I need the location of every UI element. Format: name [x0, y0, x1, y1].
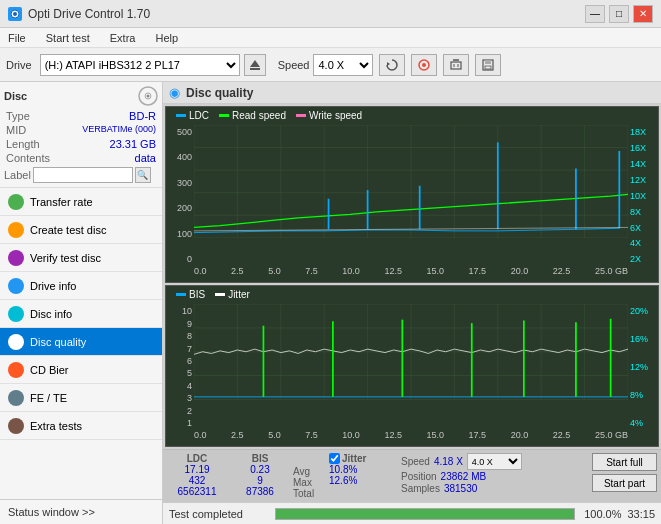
y-right-14x: 14X — [630, 159, 656, 169]
x-7.5: 7.5 — [305, 266, 318, 282]
cd-bier-icon — [8, 362, 24, 378]
legend-write-speed: Write speed — [296, 110, 362, 121]
bis-y-7: 7 — [168, 344, 192, 354]
legend-ldc: LDC — [176, 110, 209, 121]
nav-items: Transfer rate Create test disc Verify te… — [0, 188, 162, 499]
bis-x-20: 20.0 — [511, 430, 529, 446]
bis-x-17.5: 17.5 — [469, 430, 487, 446]
sidebar-item-fe-te[interactable]: FE / TE — [0, 384, 162, 412]
status-window-button[interactable]: Status window >> — [0, 500, 162, 524]
minimize-button[interactable]: — — [585, 5, 605, 23]
jitter-y-4: 4% — [630, 418, 656, 428]
svg-rect-7 — [451, 62, 461, 69]
sidebar-item-disc-quality[interactable]: Disc quality — [0, 328, 162, 356]
y-left-0: 0 — [168, 254, 192, 264]
label-search-button[interactable]: 🔍 — [135, 167, 151, 183]
jitter-check-row: Jitter — [329, 453, 389, 464]
svg-point-6 — [422, 63, 426, 67]
progress-bar — [275, 508, 575, 520]
sidebar-item-extra-tests[interactable]: Extra tests — [0, 412, 162, 440]
x-12.5: 12.5 — [384, 266, 402, 282]
erase-button[interactable] — [443, 54, 469, 76]
sidebar-item-transfer-rate[interactable]: Transfer rate — [0, 188, 162, 216]
close-button[interactable]: ✕ — [633, 5, 653, 23]
transfer-rate-icon — [8, 194, 24, 210]
sidebar-item-cd-bier[interactable]: CD Bier — [0, 356, 162, 384]
sidebar-item-create-test-disc[interactable]: Create test disc — [0, 216, 162, 244]
app-icon — [8, 7, 22, 21]
y-left-300: 300 — [168, 178, 192, 188]
fe-te-icon — [8, 390, 24, 406]
x-5: 5.0 — [268, 266, 281, 282]
menu-help[interactable]: Help — [151, 31, 182, 45]
start-full-button[interactable]: Start full — [592, 453, 657, 471]
jitter-checkbox[interactable] — [329, 453, 340, 464]
menu-start-test[interactable]: Start test — [42, 31, 94, 45]
svg-point-16 — [147, 95, 150, 98]
samples-label: Samples — [401, 483, 440, 494]
disc-title: Disc — [4, 90, 27, 102]
chart1-svg — [194, 125, 628, 238]
bis-x-15: 15.0 — [427, 430, 445, 446]
ldc-stats: LDC 17.19 432 6562311 — [167, 453, 227, 497]
eject-button[interactable] — [244, 54, 266, 76]
svg-marker-2 — [250, 60, 260, 67]
save-button[interactable] — [475, 54, 501, 76]
ldc-max: 432 — [189, 475, 206, 486]
x-22.5: 22.5 — [553, 266, 571, 282]
x-20: 20.0 — [511, 266, 529, 282]
chart-ldc: LDC Read speed Write speed 500 400 300 — [165, 106, 659, 283]
legend-bis: BIS — [176, 289, 205, 300]
jitter-y-16: 16% — [630, 334, 656, 344]
total-label: Total — [293, 488, 321, 499]
content-header-icon: ◉ — [169, 85, 180, 100]
sidebar-item-verify-test-disc[interactable]: Verify test disc — [0, 244, 162, 272]
disc-label-input[interactable] — [33, 167, 133, 183]
svg-rect-3 — [250, 68, 260, 70]
x-2.5: 2.5 — [231, 266, 244, 282]
disc-type-row: Type BD-R — [4, 109, 158, 123]
disc-length-row: Length 23.31 GB — [4, 137, 158, 151]
svg-marker-4 — [387, 62, 390, 66]
bis-x-7.5: 7.5 — [305, 430, 318, 446]
x-15: 15.0 — [427, 266, 445, 282]
bis-stats: BIS 0.23 9 87386 — [235, 453, 285, 497]
avg-label: Avg — [293, 466, 321, 477]
legend-read-speed: Read speed — [219, 110, 286, 121]
speed-select[interactable]: 4.0 X — [313, 54, 373, 76]
y-left-200: 200 — [168, 203, 192, 213]
legend-jitter: Jitter — [215, 289, 250, 300]
sidebar-item-drive-info[interactable]: Drive info — [0, 272, 162, 300]
y-left-500: 500 — [168, 127, 192, 137]
chart2-svg — [194, 304, 628, 399]
y-right-6x: 6X — [630, 223, 656, 233]
bis-y-8: 8 — [168, 331, 192, 341]
bis-y-5: 5 — [168, 368, 192, 378]
y-right-2x: 2X — [630, 254, 656, 264]
menu-extra[interactable]: Extra — [106, 31, 140, 45]
bis-avg: 0.23 — [250, 464, 269, 475]
ldc-total: 6562311 — [178, 486, 217, 497]
disc-quality-icon — [8, 334, 24, 350]
bis-header: BIS — [252, 453, 269, 464]
bis-total: 87386 — [246, 486, 274, 497]
y-right-18x: 18X — [630, 127, 656, 137]
start-part-button[interactable]: Start part — [592, 474, 657, 492]
bis-y-4: 4 — [168, 381, 192, 391]
bis-x-12.5: 12.5 — [384, 430, 402, 446]
sidebar-item-disc-info[interactable]: Disc info — [0, 300, 162, 328]
refresh-button[interactable] — [379, 54, 405, 76]
content-title: Disc quality — [186, 86, 253, 100]
maximize-button[interactable]: □ — [609, 5, 629, 23]
record-button[interactable] — [411, 54, 437, 76]
drive-select[interactable]: (H:) ATAPI iHBS312 2 PL17 — [40, 54, 240, 76]
chart1-legend: LDC Read speed Write speed — [176, 110, 362, 121]
speed-info-select[interactable]: 4.0 X — [467, 453, 522, 470]
speed-label: Speed — [278, 59, 310, 71]
progress-fill — [276, 509, 574, 519]
jitter-stats: Jitter 10.8% 12.6% — [329, 453, 389, 486]
menu-file[interactable]: File — [4, 31, 30, 45]
position-value: 23862 MB — [441, 471, 487, 482]
svg-rect-12 — [485, 60, 491, 64]
time-text: 33:15 — [627, 508, 655, 520]
